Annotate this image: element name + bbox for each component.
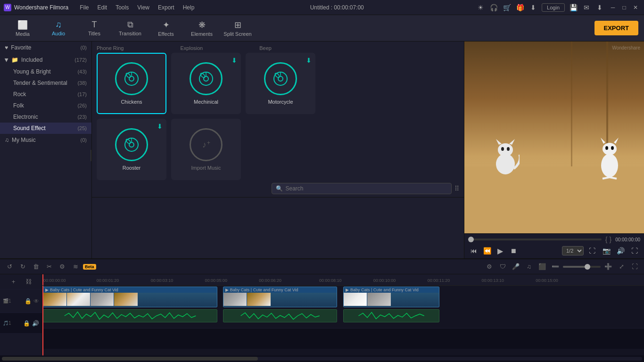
transition-tool[interactable]: ⧉ Transition	[113, 17, 147, 40]
fullscreen-icon[interactable]: ⛶	[586, 245, 598, 256]
skip-back-button[interactable]: ⏮	[468, 245, 479, 256]
audio-item-motorcycle[interactable]: ⬇ Motorcycle	[246, 53, 315, 114]
category-favorite[interactable]: ♥ Favorite (0)	[0, 41, 91, 54]
menu-help[interactable]: Help	[179, 3, 198, 12]
stop-button[interactable]: ⏹	[508, 245, 519, 256]
titles-tool[interactable]: T Titles	[77, 17, 111, 40]
subcategory-young-bright[interactable]: Young & Bright (43)	[0, 66, 91, 77]
cut-button[interactable]: ✂	[43, 261, 55, 272]
zoom-minus-icon[interactable]: ➖	[550, 261, 561, 272]
category-included[interactable]: ▶ 📁 Included (172)	[0, 54, 91, 66]
subcategory-rock[interactable]: Rock (17)	[0, 89, 91, 100]
step-back-button[interactable]: ⏪	[481, 245, 493, 256]
headphone-icon[interactable]: 🎧	[489, 3, 498, 12]
effects-tool[interactable]: ✦ Effects	[149, 17, 183, 40]
horizontal-scrollbar[interactable]	[2, 357, 642, 361]
electronic-count: (23)	[77, 114, 87, 120]
subcategory-electronic[interactable]: Electronic (23)	[0, 111, 91, 123]
motorcycle-music-icon	[264, 62, 297, 95]
right-bracket-icon[interactable]: }	[609, 236, 611, 243]
export-button[interactable]: EXPORT	[594, 21, 638, 35]
fullscreen2-icon[interactable]: ⛶	[629, 261, 640, 272]
my-music-count: (0)	[81, 137, 87, 143]
menu-edit[interactable]: Edit	[94, 3, 111, 12]
media-tool[interactable]: ⬜ Media	[6, 17, 40, 40]
young-bright-label: Young & Bright	[13, 68, 51, 75]
splitscreen-icon: ⊞	[234, 20, 241, 30]
menu-export[interactable]: Export	[154, 3, 178, 12]
maximize-button[interactable]: □	[619, 3, 629, 12]
gift-icon[interactable]: 🎁	[515, 3, 525, 12]
scrollbar-thumb[interactable]	[2, 357, 258, 361]
ruler-mark-5: 00:00:08:10	[319, 278, 342, 283]
quality-select[interactable]: 1/2 1/1 1/4	[562, 246, 584, 255]
undo-button[interactable]: ↺	[4, 261, 15, 272]
audio-mute-icon[interactable]: 🔊	[32, 320, 39, 327]
add-track-button[interactable]: +	[8, 276, 19, 288]
audio-item-rooster[interactable]: ⬇ Rooster	[97, 119, 166, 180]
ruler-mark-0: 00:00:00:00	[42, 278, 66, 283]
search-input[interactable]	[286, 185, 323, 192]
left-bracket-icon[interactable]: {	[605, 236, 608, 243]
save-icon[interactable]: 💾	[569, 3, 578, 12]
splitscreen-tool[interactable]: ⊞ Split Screen	[221, 17, 255, 40]
folder-icon: 📁	[11, 57, 18, 63]
menu-view[interactable]: View	[133, 3, 153, 12]
menu-file[interactable]: File	[76, 3, 92, 12]
overlay-icon[interactable]: ⬛	[537, 261, 548, 272]
close-button[interactable]: ✕	[631, 3, 640, 12]
shield-icon[interactable]: 🛡	[497, 261, 508, 272]
audio-item-mechinical[interactable]: ⬇ Mechinical	[171, 53, 241, 114]
timeline-tracks-content: ▶ Baby Cats | Cute and Funny Cat Vid ▶ B	[42, 286, 644, 355]
link-track-button[interactable]: ⛓	[23, 276, 34, 288]
audio-lock-icon[interactable]: 🔒	[23, 320, 30, 327]
mic-icon[interactable]: 🎤	[510, 261, 521, 272]
category-included-label: Included	[21, 57, 42, 63]
video-clip-1[interactable]: ▶ Baby Cats | Cute and Funny Cat Vid	[43, 287, 217, 307]
cart-icon[interactable]: 🛒	[502, 3, 512, 12]
zoom-slider-wrap	[563, 266, 601, 268]
subcategory-sound-effect[interactable]: Sound Effect (25)	[0, 123, 91, 134]
rooster-download-icon: ⬇	[157, 123, 163, 130]
player-extra-controls: 1/2 1/1 1/4 ⛶ 📷 🔊 ⛶	[562, 245, 640, 256]
progress-thumb[interactable]	[468, 237, 474, 242]
login-button[interactable]: Login	[542, 3, 565, 12]
sun-icon[interactable]: ☀	[476, 3, 485, 12]
lock-icon[interactable]: 🔒	[25, 298, 32, 304]
zoom-plus-icon[interactable]: ➕	[603, 261, 614, 272]
timeline-tracks: + ⛓ 🎬1 🔒 👁 🎵1 🔒 🔊	[0, 274, 644, 355]
zoom-out-icon[interactable]: ⛶	[629, 245, 640, 256]
volume-icon[interactable]: 🔊	[615, 245, 626, 256]
download-icon[interactable]: ⬇	[528, 3, 538, 12]
settings2-icon[interactable]: ⚙	[484, 261, 495, 272]
redo-button[interactable]: ↻	[17, 261, 28, 272]
subcategory-tender-sentimental[interactable]: Tender & Sentimental (38)	[0, 77, 91, 89]
message-icon[interactable]: ✉	[582, 3, 591, 12]
zoom-slider[interactable]	[563, 266, 601, 268]
category-my-music[interactable]: ♫ My Music (0)	[0, 134, 91, 146]
audio-item-chickens[interactable]: Chickens	[97, 53, 166, 114]
eye-icon[interactable]: 👁	[33, 298, 39, 304]
grid-view-icon[interactable]: ⠿	[454, 185, 459, 192]
download2-icon[interactable]: ⬇	[595, 3, 604, 12]
play-button[interactable]: ▶	[495, 245, 506, 256]
audio-tool[interactable]: ♫ Audio	[41, 17, 75, 40]
fit-icon[interactable]: ⤢	[616, 261, 627, 272]
settings-button[interactable]: ⚙	[57, 261, 68, 272]
audio-track-row	[42, 328, 644, 349]
video-clip-3[interactable]: ▶ Baby Cats | Cute and Funny Cat Vid	[343, 287, 439, 307]
audio-waveform-button[interactable]: ≋	[70, 261, 81, 272]
music-icon[interactable]: ♫	[523, 261, 535, 272]
menu-tools[interactable]: Tools	[112, 3, 132, 12]
audio-item-import[interactable]: ♪ + Import Music	[171, 119, 241, 180]
effects-icon: ✦	[163, 20, 170, 30]
search-input-wrap: 🔍	[272, 183, 452, 194]
video-clip-2[interactable]: ▶ Baby Cats | Cute and Funny Cat Vid	[223, 287, 337, 307]
progress-bar[interactable]	[468, 239, 602, 240]
subcategory-folk[interactable]: Folk (26)	[0, 100, 91, 111]
delete-button[interactable]: 🗑	[30, 261, 41, 272]
minimize-button[interactable]: ─	[608, 3, 618, 12]
screenshot-icon[interactable]: 📷	[601, 245, 612, 256]
playhead[interactable]	[42, 274, 43, 285]
elements-tool[interactable]: ❋ Elements	[185, 17, 219, 40]
